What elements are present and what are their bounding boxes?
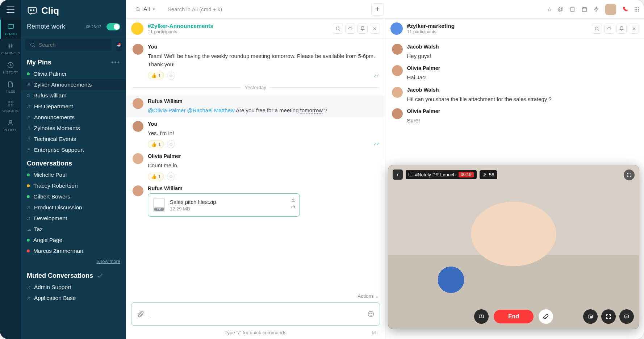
phone-icon[interactable] (622, 6, 628, 12)
sidebar-item[interactable]: Gilbert Bowers (21, 191, 126, 202)
markdown-toggle[interactable]: M↓ (372, 330, 379, 335)
reaction[interactable]: 👍 1 (148, 173, 164, 180)
message-avatar (133, 185, 143, 196)
call-participant-count[interactable]: 56 (480, 170, 497, 179)
new-button[interactable]: + (371, 3, 384, 16)
rail-people[interactable]: People (0, 116, 21, 135)
svg-point-19 (29, 297, 30, 298)
link-icon[interactable] (539, 309, 553, 324)
apps-icon[interactable] (634, 7, 640, 12)
hamburger-icon[interactable] (7, 7, 14, 13)
sidebar-item[interactable]: #Technical Events (21, 134, 126, 145)
day-separator: Yesterday (133, 85, 379, 90)
remote-toggle[interactable] (106, 23, 120, 30)
actions-menu[interactable]: Actions ⌄ (126, 292, 385, 300)
svg-point-36 (595, 27, 598, 30)
global-search-placeholder[interactable]: Search in All (cmd + k) (164, 6, 367, 12)
rail-history[interactable]: History (0, 58, 21, 77)
add-reaction-icon[interactable]: ☺ (167, 140, 175, 148)
message: Jacob Walsh Hey guys! (392, 44, 638, 60)
sidebar-item[interactable]: Angie Page (21, 235, 126, 246)
sidebar-item[interactable]: Olivia Palmer (21, 68, 126, 79)
share-screen-icon[interactable] (474, 309, 489, 324)
add-reaction-icon[interactable]: ☺ (167, 172, 175, 180)
sidebar-item[interactable]: Marcus Zimmerman (21, 246, 126, 256)
svg-point-35 (371, 313, 372, 314)
composer[interactable] (131, 302, 380, 326)
svg-point-32 (336, 27, 339, 30)
header-close-icon[interactable]: ✕ (629, 24, 639, 34)
sidebar-item[interactable]: #Zylker-Announcements (21, 79, 126, 90)
zia-icon[interactable] (593, 6, 599, 12)
svg-point-18 (28, 297, 29, 298)
sidebar-item[interactable]: Application Base (21, 293, 126, 304)
header-call-icon[interactable] (604, 24, 614, 34)
sidebar-item-label: Development (34, 215, 67, 222)
app-root: Chats Channels History Files Widgets Peo… (0, 0, 644, 339)
svg-point-16 (28, 286, 29, 287)
channel-title[interactable]: #Zylker-Announcements (148, 23, 213, 29)
sidebar-item[interactable]: HR Department (21, 101, 126, 112)
reaction[interactable]: 👍 1 (148, 141, 164, 148)
sidebar-item[interactable]: Tracey Robertson (21, 180, 126, 191)
add-reaction-icon[interactable]: ☺ (167, 72, 175, 80)
rail-channels[interactable]: Channels (0, 39, 21, 58)
rail-widgets[interactable]: Widgets (0, 96, 21, 116)
user-avatar[interactable] (605, 4, 616, 15)
mention-icon[interactable]: @ (558, 6, 564, 13)
svg-point-33 (368, 311, 373, 317)
rail-files[interactable]: Files (0, 77, 21, 96)
main: All ▾ Search in All (cmd + k) + ☆ @ (126, 0, 644, 339)
topbar: All ▾ Search in All (cmd + k) + ☆ @ (126, 0, 644, 19)
svg-point-20 (136, 8, 139, 11)
emoji-icon[interactable] (367, 310, 375, 318)
star-icon[interactable]: ☆ (547, 6, 552, 13)
header-bell-icon[interactable] (616, 24, 627, 34)
reminder-icon[interactable] (569, 6, 576, 12)
sidebar-item[interactable]: Product Discussion (21, 202, 126, 213)
rail-chats[interactable]: Chats (0, 20, 21, 39)
smart-link[interactable]: tomorrow (300, 107, 323, 114)
attach-icon[interactable] (137, 310, 145, 318)
header-call-icon[interactable] (345, 24, 355, 34)
sidebar-item[interactable]: Admin Support (21, 282, 126, 293)
pins-menu-icon[interactable]: ••• (111, 59, 120, 66)
scope-dropdown[interactable]: All ▾ (130, 4, 160, 15)
sidebar-item[interactable]: #Zylnotes Moments (21, 123, 126, 134)
svg-point-9 (31, 43, 34, 46)
download-icon[interactable] (290, 197, 296, 202)
sidebar-item[interactable]: ☁Taz (21, 224, 126, 235)
header-close-icon[interactable]: ✕ (370, 24, 380, 34)
message-avatar (133, 98, 143, 109)
mention[interactable]: @Olivia Palmer (148, 107, 185, 113)
header-search-icon[interactable] (333, 24, 343, 34)
sidebar-item[interactable]: Development (21, 213, 126, 224)
end-call-button[interactable]: End (494, 310, 534, 323)
sidebar-item[interactable]: Rufus william (21, 90, 126, 101)
forward-icon[interactable] (290, 204, 296, 210)
pip-icon[interactable] (583, 309, 598, 324)
reaction[interactable]: 👍 1 (148, 72, 164, 79)
svg-rect-2 (11, 101, 13, 103)
show-more[interactable]: Show more (21, 256, 126, 268)
chat-icon[interactable] (619, 309, 634, 324)
sidebar-item[interactable]: Michelle Paul (21, 170, 126, 180)
hash-icon: # (27, 82, 30, 88)
sidebar-item[interactable]: #Enterprise Suppourt (21, 145, 126, 155)
filter-button[interactable] (116, 42, 122, 51)
message-author: Olivia Palmer (148, 153, 379, 159)
header-bell-icon[interactable] (357, 24, 368, 34)
message: Jacob Walsh Hi! can you share the file a… (392, 87, 638, 103)
call-channel-pill[interactable]: #Notely PR Launch 00:19 (406, 170, 477, 179)
fullscreen-icon[interactable] (601, 309, 616, 324)
calendar-icon[interactable] (581, 6, 587, 12)
sidebar-search[interactable] (25, 39, 112, 51)
channel-title[interactable]: #zylker-marketing (407, 23, 455, 29)
call-back-icon[interactable]: ‹ (393, 170, 403, 180)
header-search-icon[interactable] (592, 24, 602, 34)
mention[interactable]: @Rachael Matthew (187, 107, 235, 113)
call-expand-icon[interactable] (624, 170, 635, 180)
sidebar-search-input[interactable] (38, 42, 107, 48)
file-attachment[interactable]: Sales pitch files.zip 12.29 MB (148, 193, 300, 217)
sidebar-item[interactable]: #Announcements (21, 112, 126, 123)
